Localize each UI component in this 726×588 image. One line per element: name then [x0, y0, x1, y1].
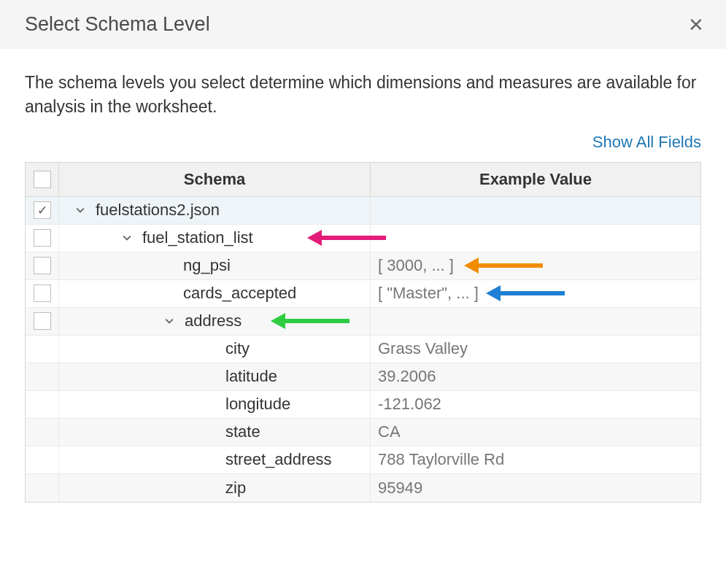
schema-row[interactable]: latitude 39.2006 [26, 363, 700, 391]
link-row: Show All Fields [25, 133, 701, 152]
dialog-body: The schema levels you select determine w… [0, 49, 726, 517]
annotation-arrow-blue [486, 285, 565, 301]
row-checkbox[interactable] [34, 312, 51, 330]
example-value: [ "Master", ... ] [378, 284, 479, 303]
schema-row[interactable]: street_address 788 Taylorville Rd [26, 446, 700, 474]
schema-label: city [225, 339, 250, 358]
header-checkbox-cell [26, 163, 59, 196]
schema-label: cards_accepted [183, 284, 296, 303]
select-all-checkbox[interactable] [34, 171, 51, 188]
annotation-arrow-orange [464, 258, 543, 274]
example-value: Grass Valley [378, 339, 468, 358]
row-checkbox[interactable] [34, 229, 51, 247]
chevron-down-icon[interactable] [75, 205, 85, 215]
annotation-arrow-green [271, 313, 350, 329]
show-all-fields-link[interactable]: Show All Fields [592, 133, 701, 151]
example-value: -121.062 [378, 395, 441, 414]
schema-label: latitude [225, 367, 277, 386]
schema-row[interactable]: cards_accepted [ "Master", ... ] [26, 280, 700, 308]
dialog-title: Select Schema Level [25, 13, 210, 36]
schema-grid: Schema Example Value fuelstations2.json [25, 162, 701, 503]
schema-label: fuel_station_list [142, 228, 253, 247]
schema-row[interactable]: ng_psi [ 3000, ... ] [26, 252, 700, 280]
example-value: [ 3000, ... ] [378, 256, 454, 275]
select-schema-dialog: Select Schema Level ✕ The schema levels … [0, 0, 726, 517]
row-checkbox[interactable] [34, 285, 51, 302]
header-example: Example Value [371, 163, 700, 196]
schema-label: address [185, 312, 242, 330]
schema-row[interactable]: address [26, 308, 700, 336]
dialog-description: The schema levels you select determine w… [25, 71, 701, 120]
schema-row[interactable]: city Grass Valley [26, 336, 700, 363]
schema-row[interactable]: state CA [26, 419, 700, 446]
schema-label: ng_psi [183, 256, 231, 275]
example-value: 95949 [378, 479, 422, 498]
row-checkbox[interactable] [34, 257, 51, 274]
schema-label: longitude [225, 395, 290, 414]
example-value: CA [378, 422, 401, 441]
row-checkbox[interactable] [34, 201, 51, 219]
schema-label: street_address [225, 450, 332, 469]
schema-label: zip [225, 479, 246, 498]
schema-row[interactable]: fuel_station_list [26, 225, 700, 252]
example-value: 39.2006 [378, 367, 436, 386]
schema-row[interactable]: zip 95949 [26, 474, 700, 502]
schema-label: state [225, 422, 260, 441]
example-value: 788 Taylorville Rd [378, 450, 504, 469]
schema-row[interactable]: longitude -121.062 [26, 391, 700, 419]
header-schema: Schema [59, 163, 371, 196]
close-icon[interactable]: ✕ [688, 15, 704, 34]
chevron-down-icon[interactable] [164, 316, 174, 326]
grid-header-row: Schema Example Value [26, 163, 700, 197]
schema-label: fuelstations2.json [96, 201, 220, 220]
schema-row[interactable]: fuelstations2.json [26, 197, 700, 225]
chevron-down-icon[interactable] [122, 233, 132, 243]
dialog-titlebar: Select Schema Level ✕ [0, 0, 726, 49]
